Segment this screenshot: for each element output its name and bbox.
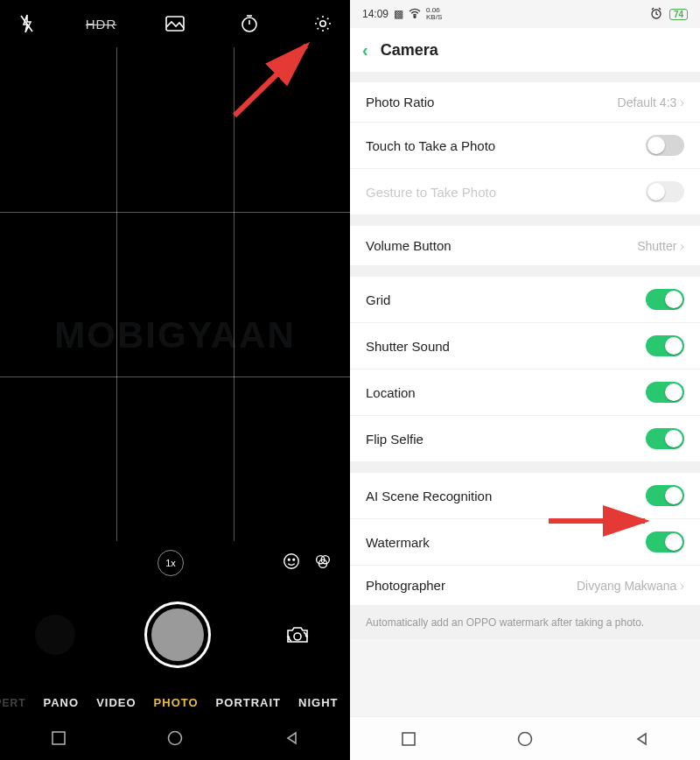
setting-row-gesture-to-take-photo: Gesture to Take Photo bbox=[350, 169, 700, 215]
setting-row-photographer[interactable]: PhotographerDivyang Makwana› bbox=[350, 566, 700, 606]
setting-value: Default 4:3› bbox=[618, 95, 684, 109]
network-rate: 0.06KB/S bbox=[426, 7, 442, 21]
flash-off-icon[interactable] bbox=[16, 12, 38, 35]
setting-label: Photo Ratio bbox=[366, 95, 434, 109]
setting-label: Shutter Sound bbox=[366, 339, 450, 354]
svg-rect-14 bbox=[402, 733, 415, 745]
svg-point-15 bbox=[518, 732, 531, 745]
android-nav-bar bbox=[0, 716, 350, 760]
setting-row-grid[interactable]: Grid bbox=[350, 277, 700, 323]
grid-line bbox=[0, 376, 350, 377]
nav-home-icon[interactable] bbox=[167, 730, 183, 746]
setting-row-photo-ratio[interactable]: Photo RatioDefault 4:3› bbox=[350, 82, 700, 123]
mode-item[interactable]: VIDEO bbox=[96, 696, 136, 709]
toggle-switch[interactable] bbox=[646, 135, 684, 156]
android-status-bar: 14:09 ▩ 0.06KB/S 74 bbox=[350, 0, 700, 28]
battery-level: 74 bbox=[669, 9, 688, 20]
setting-label: Watermark bbox=[366, 535, 430, 550]
gear-icon[interactable] bbox=[312, 12, 334, 35]
camera-top-toolbar: HDR bbox=[0, 0, 350, 47]
setting-label: Flip Selfie bbox=[366, 432, 424, 447]
back-button[interactable]: ‹ bbox=[362, 40, 368, 60]
chevron-right-icon: › bbox=[680, 579, 684, 593]
setting-row-location[interactable]: Location bbox=[350, 369, 700, 416]
grid-line bbox=[116, 47, 117, 541]
setting-label: Grid bbox=[366, 292, 390, 307]
svg-point-5 bbox=[288, 559, 290, 560]
svg-point-3 bbox=[320, 21, 326, 26]
mode-strip[interactable]: XPERT PANO VIDEO PHOTO PORTRAIT NIGHT S bbox=[0, 689, 350, 716]
chevron-right-icon: › bbox=[680, 95, 684, 109]
chevron-right-icon: › bbox=[680, 239, 684, 253]
toggle-switch bbox=[646, 181, 684, 202]
grid-line bbox=[0, 212, 350, 213]
setting-row-touch-to-take-a-photo[interactable]: Touch to Take a Photo bbox=[350, 123, 700, 169]
timer-icon[interactable] bbox=[238, 12, 261, 35]
nav-back-icon[interactable] bbox=[634, 731, 649, 747]
switch-camera-icon[interactable] bbox=[280, 617, 315, 652]
setting-label: Location bbox=[366, 385, 416, 400]
grid-line bbox=[234, 47, 234, 541]
setting-row-volume-button[interactable]: Volume ButtonShutter› bbox=[350, 226, 700, 266]
setting-label: AI Scene Recognition bbox=[366, 489, 492, 503]
settings-header: ‹ Camera bbox=[350, 28, 700, 72]
mode-item-active[interactable]: PHOTO bbox=[154, 696, 199, 709]
camera-app: HDR MOBIGYAAN bbox=[0, 0, 350, 760]
setting-label: Touch to Take a Photo bbox=[366, 138, 495, 153]
svg-point-12 bbox=[414, 16, 416, 18]
shutter-button[interactable] bbox=[144, 602, 211, 668]
setting-row-shutter-sound[interactable]: Shutter Sound bbox=[350, 323, 700, 369]
svg-rect-10 bbox=[52, 732, 65, 744]
setting-label: Gesture to Take Photo bbox=[366, 185, 496, 200]
settings-footer-note: Automatically add an OPPO watermark afte… bbox=[350, 606, 700, 639]
hdr-toggle[interactable]: HDR bbox=[90, 12, 113, 35]
svg-point-6 bbox=[293, 559, 295, 560]
settings-list[interactable]: Photo RatioDefault 4:3›Touch to Take a P… bbox=[350, 72, 700, 716]
mode-item[interactable]: PANO bbox=[44, 696, 80, 709]
setting-value: Shutter› bbox=[637, 239, 684, 253]
nav-recents-icon[interactable] bbox=[51, 730, 66, 746]
nav-back-icon[interactable] bbox=[284, 730, 299, 746]
nav-recents-icon[interactable] bbox=[401, 731, 416, 747]
toggle-switch[interactable] bbox=[646, 428, 684, 449]
camera-settings-screen: 14:09 ▩ 0.06KB/S 74 ‹ Camera Photo Ratio… bbox=[350, 0, 700, 760]
toggle-switch[interactable] bbox=[646, 335, 684, 356]
status-time: 14:09 bbox=[362, 8, 388, 20]
aspect-ratio-icon[interactable] bbox=[164, 12, 186, 35]
setting-label: Photographer bbox=[366, 578, 445, 593]
wifi-icon bbox=[409, 8, 421, 21]
beauty-icon[interactable] bbox=[282, 552, 301, 574]
android-nav-bar bbox=[350, 716, 700, 760]
alarm-icon bbox=[650, 7, 662, 22]
toggle-switch[interactable] bbox=[646, 531, 684, 552]
svg-point-11 bbox=[168, 732, 181, 745]
setting-row-ai-scene-recognition[interactable]: AI Scene Recognition bbox=[350, 473, 700, 519]
mode-item[interactable]: XPERT bbox=[0, 697, 26, 709]
toggle-switch[interactable] bbox=[646, 485, 684, 506]
toggle-switch[interactable] bbox=[646, 382, 684, 403]
gallery-thumbnail[interactable] bbox=[35, 615, 75, 655]
watermark-text: MOBIGYAAN bbox=[0, 314, 350, 356]
filter-icon[interactable] bbox=[313, 552, 332, 574]
camera-viewfinder[interactable]: MOBIGYAAN bbox=[0, 47, 350, 541]
setting-row-flip-selfie[interactable]: Flip Selfie bbox=[350, 416, 700, 462]
setting-row-watermark[interactable]: Watermark bbox=[350, 519, 700, 566]
zoom-badge[interactable]: 1x bbox=[158, 550, 184, 576]
mode-item[interactable]: NIGHT bbox=[298, 696, 338, 709]
camera-controls: 1x XP bbox=[0, 541, 350, 716]
setting-value: Divyang Makwana› bbox=[577, 579, 684, 593]
mode-item[interactable]: PORTRAIT bbox=[216, 696, 281, 709]
svg-point-4 bbox=[284, 554, 299, 569]
toggle-switch[interactable] bbox=[646, 289, 684, 310]
page-title: Camera bbox=[381, 41, 438, 60]
nav-home-icon[interactable] bbox=[517, 731, 533, 747]
status-indicator-icon: ▩ bbox=[394, 8, 403, 20]
setting-label: Volume Button bbox=[366, 238, 452, 253]
